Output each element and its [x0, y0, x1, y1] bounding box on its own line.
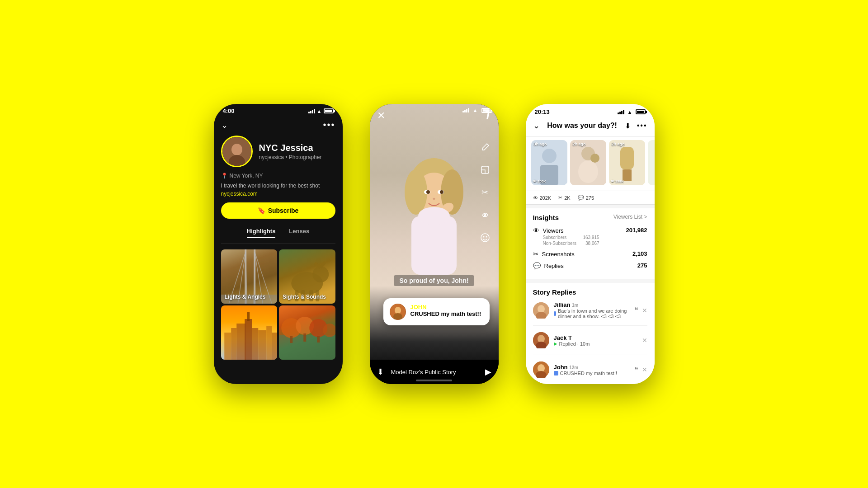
viewers-list-link[interactable]: Viewers List >	[613, 214, 647, 221]
wifi-icon-1: ▲	[317, 108, 322, 114]
sticker-tool[interactable]	[478, 163, 492, 177]
download-icon[interactable]: ⬇	[625, 122, 631, 130]
status-time-3: 20:13	[535, 108, 550, 115]
send-story-button[interactable]: ▶	[485, 367, 491, 377]
jackt-avatar	[533, 332, 549, 348]
quote-button-john[interactable]: ❝	[634, 366, 638, 374]
reply-text: CRUSHED my math test!!	[410, 310, 481, 317]
svg-rect-28	[272, 333, 277, 360]
story-replies-title: Story Replies	[533, 288, 647, 296]
insights-actions: ⬇ •••	[625, 122, 647, 130]
svg-point-49	[481, 234, 489, 242]
insights-header: ⌄ How was your day?! ⬇ •••	[526, 117, 655, 136]
link-tool[interactable]	[478, 208, 492, 222]
profile-bio: I travel the world looking for the best …	[214, 183, 343, 191]
metric-screenshots: ✂ Screenshots 2,103	[533, 250, 647, 258]
quote-button-jillian[interactable]: ❝	[634, 306, 638, 314]
close-reply-jillian[interactable]: ✕	[642, 307, 647, 314]
metric-viewers-left: 👁 Viewers Subscribers 163,915 Non-Subscr…	[533, 227, 599, 246]
profile-location: 📍 New York, NY	[214, 173, 343, 183]
phone-story: ▲ ✕ T ✂	[370, 104, 499, 384]
highlight-label-2: Sights & Sounds	[283, 294, 326, 300]
story-tools: ✂	[478, 140, 492, 245]
stats-summary-row: 👁 202K ✂ 2K 💬 275	[526, 191, 655, 205]
tab-highlights[interactable]: Highlights	[247, 228, 276, 238]
svg-point-61	[590, 154, 599, 163]
jillian-avatar	[533, 302, 549, 319]
svg-rect-22	[236, 324, 245, 360]
story-footer-left: ⬇ Model Roz's Public Story	[377, 367, 456, 377]
story-thumb-2[interactable]: 2h ago	[570, 140, 606, 185]
location-pin-icon: 📍	[221, 173, 228, 179]
save-story-icon[interactable]: ⬇	[377, 367, 384, 377]
story-replies-section: Story Replies Jillian 1m Bae's in town a…	[526, 283, 655, 384]
story-person-area	[388, 131, 481, 294]
back-chevron-3[interactable]: ⌄	[533, 121, 540, 131]
svg-rect-24	[247, 312, 250, 321]
highlight-lights-angles[interactable]: Lights & Angles	[221, 249, 278, 304]
jackt-content: Jack T ▶ Replied · 10m	[554, 334, 637, 347]
profile-link[interactable]: nycjessica.com	[214, 191, 343, 202]
close-reply-john[interactable]: ✕	[642, 366, 647, 373]
reply-content: JOHN CRUSHED my math test!!	[410, 304, 481, 317]
svg-rect-27	[266, 326, 272, 360]
phone-insights: 20:13 ▲ ⌄ How was your day?! ⬇ •••	[526, 104, 655, 384]
story-time-1: 3h ago	[534, 142, 547, 146]
story-thumb-3[interactable]: 2h ago 👁 198K	[609, 140, 645, 185]
reply-john: John 12m CRUSHED my math test!! ❝ ✕	[533, 361, 647, 384]
highlight-skyline[interactable]	[221, 305, 278, 360]
profile-info: NYC Jessica nycjessica • Photographer	[259, 143, 322, 160]
story-thumb-1[interactable]: 3h ago 👁 250K	[531, 140, 567, 185]
emoji-tool[interactable]	[478, 230, 492, 245]
profile-tabs: Highlights Lenses	[221, 226, 335, 244]
svg-rect-34	[290, 336, 292, 343]
svg-point-51	[486, 236, 487, 238]
views-eye-icon: 👁	[533, 195, 538, 201]
close-reply-jackt[interactable]: ✕	[642, 337, 647, 344]
john-avatar	[533, 361, 549, 378]
svg-rect-29	[279, 335, 335, 360]
bookmark-icon: 🔖	[258, 207, 265, 214]
back-chevron[interactable]: ⌄	[221, 120, 228, 130]
stories-preview-row: 3h ago 👁 250K 2h ago	[526, 136, 655, 191]
reply-jillian: Jillian 1m Bae's in town and we are doin…	[533, 301, 647, 326]
avatar-ring	[221, 136, 253, 167]
tab-lenses[interactable]: Lenses	[289, 228, 309, 238]
stat-screenshots: ✂ 2K	[558, 195, 570, 201]
jillian-actions: ❝ ✕	[634, 306, 647, 314]
story-title: Model Roz's Public Story	[391, 369, 456, 375]
highlights-grid: Lights & Angles Sights & Sounds	[214, 249, 343, 360]
story-reply-bubble: JOHN CRUSHED my math test!!	[383, 298, 490, 325]
status-icons-1: ▲	[308, 108, 334, 114]
pencil-tool[interactable]	[478, 140, 492, 155]
profile-name: NYC Jessica	[259, 143, 322, 153]
scissors-tool[interactable]: ✂	[478, 185, 492, 200]
svg-rect-35	[303, 333, 306, 342]
metric-replies: 💬 Replies 275	[533, 262, 647, 269]
svg-rect-26	[258, 330, 266, 360]
screenshot-icon: ✂	[558, 195, 562, 201]
viewers-icon: 👁	[533, 227, 539, 234]
jillian-content: Jillian 1m Bae's in town and we are doin…	[554, 301, 630, 319]
svg-point-56	[542, 149, 557, 163]
story-thumb-4[interactable]	[648, 140, 655, 185]
highlight-autumn[interactable]	[279, 305, 335, 360]
svg-rect-21	[231, 328, 236, 360]
more-options[interactable]: •••	[323, 120, 335, 130]
john-actions: ❝ ✕	[634, 366, 647, 374]
story-views-1: 👁 250K	[533, 179, 546, 183]
stat-views: 👁 202K	[533, 195, 552, 201]
highlight-sights-sounds[interactable]: Sights & Sounds	[279, 249, 335, 304]
story-views-3: 👁 198K	[611, 179, 624, 183]
svg-point-1	[231, 144, 242, 155]
insights-metrics-section: Insights Viewers List > 👁 Viewers Subscr…	[526, 208, 655, 279]
jackt-actions: ✕	[642, 337, 647, 344]
replies-metric-icon: 💬	[533, 262, 541, 269]
subscribe-button[interactable]: 🔖 Subscribe	[221, 202, 335, 219]
story-caption: So proud of you, John!	[370, 277, 499, 285]
status-time-1: 4:00	[223, 108, 235, 114]
svg-rect-25	[252, 328, 258, 360]
story-time-2: 2h ago	[573, 142, 586, 146]
svg-rect-23	[245, 319, 252, 360]
more-options-3[interactable]: •••	[637, 122, 647, 130]
